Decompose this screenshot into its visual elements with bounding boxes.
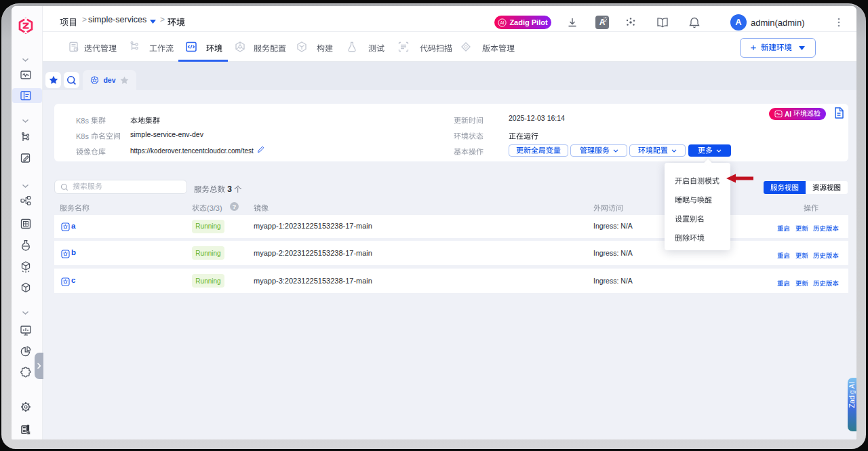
- svg-text:AI: AI: [500, 20, 505, 25]
